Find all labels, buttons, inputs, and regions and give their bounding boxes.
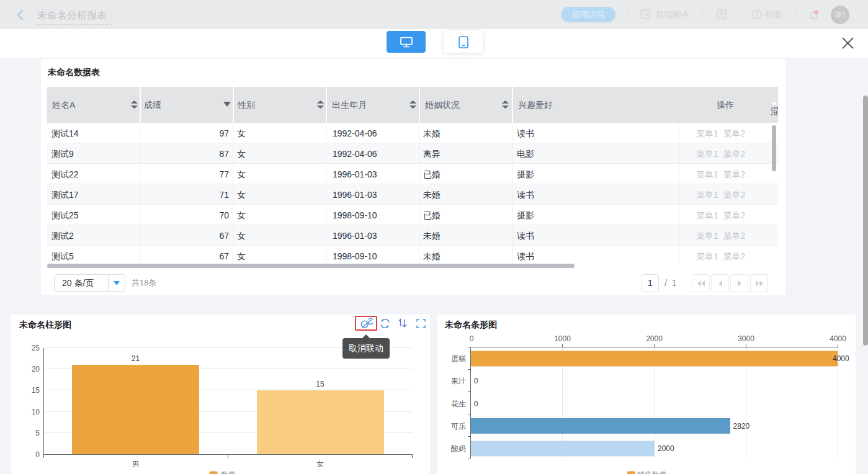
- svg-text:0: 0: [35, 450, 40, 459]
- svg-text:2000: 2000: [658, 444, 674, 453]
- svg-text:1000: 1000: [554, 334, 571, 343]
- svg-text:0: 0: [470, 334, 474, 343]
- svg-text:果汁: 果汁: [451, 377, 466, 385]
- svg-text:21: 21: [132, 354, 140, 363]
- svg-text:蛋糕: 蛋糕: [451, 354, 466, 363]
- svg-text:可乐: 可乐: [451, 422, 466, 431]
- svg-text:3000: 3000: [738, 334, 754, 343]
- svg-text:10: 10: [32, 408, 40, 416]
- svg-text:25: 25: [32, 344, 40, 352]
- svg-text:0: 0: [474, 400, 478, 408]
- svg-text:花生: 花生: [451, 400, 466, 408]
- svg-text:4000: 4000: [833, 354, 849, 363]
- svg-text:酸奶: 酸奶: [451, 444, 466, 453]
- svg-text:4000: 4000: [830, 334, 846, 343]
- svg-text:20: 20: [32, 365, 40, 373]
- svg-text:销售数量: 销售数量: [637, 470, 667, 474]
- svg-text:0: 0: [474, 377, 478, 385]
- svg-text:15: 15: [316, 380, 324, 388]
- svg-text:男: 男: [132, 460, 140, 468]
- svg-text:2820: 2820: [733, 422, 750, 431]
- svg-text:2000: 2000: [646, 334, 663, 343]
- svg-text:15: 15: [32, 386, 40, 395]
- svg-text:女: 女: [316, 460, 324, 468]
- svg-text:5: 5: [35, 429, 40, 437]
- svg-text:数量: 数量: [221, 470, 236, 474]
